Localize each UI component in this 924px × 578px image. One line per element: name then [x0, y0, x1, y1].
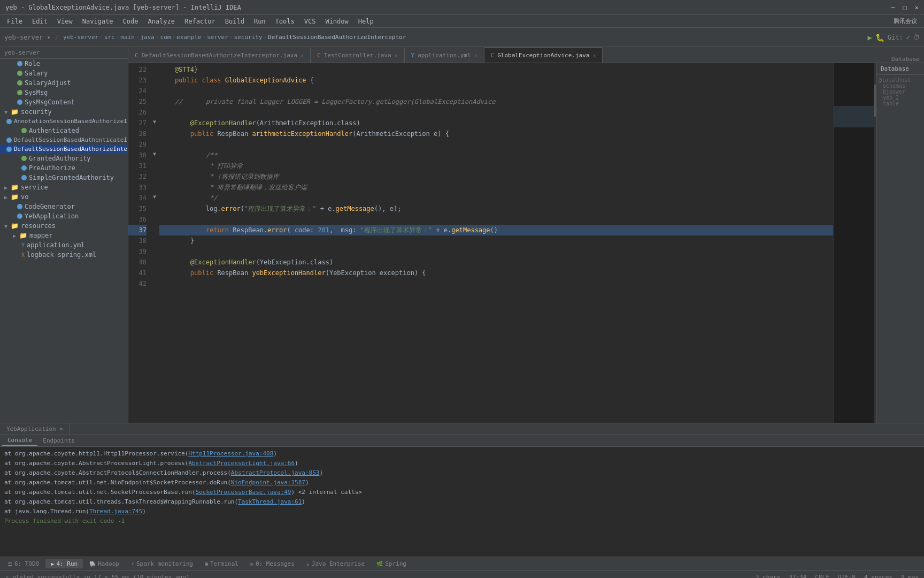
breadcrumb-java[interactable]: java — [140, 34, 155, 41]
link-abstractprotocol[interactable]: AbstractProtocol.java:853 — [231, 469, 320, 476]
sidebar-item-authenticated[interactable]: Authenticated — [0, 126, 128, 135]
menu-view[interactable]: View — [53, 17, 77, 26]
sidebar-item-label: service — [21, 184, 48, 191]
breadcrumb-server2[interactable]: server — [207, 34, 228, 41]
menu-build[interactable]: Build — [221, 17, 249, 26]
sidebar-item-annotation[interactable]: AnnotationSessionBasedAuthorizeIntercept… — [0, 117, 128, 126]
sidebar-item-role[interactable]: Role — [0, 59, 128, 69]
menu-edit[interactable]: Edit — [28, 17, 52, 26]
sidebar-item-label: DefaultSessionBasedAuthenticateIntercept… — [14, 136, 128, 143]
sidebar-item-codegen[interactable]: CodeGenerator — [0, 202, 128, 211]
tab-applicationyml[interactable]: Y application.yml ✕ — [405, 48, 484, 63]
menu-help[interactable]: Help — [354, 17, 378, 26]
sidebar-item-sysmsg[interactable]: SysMsg — [0, 88, 128, 97]
subtab-endpoints[interactable]: Endpoints — [37, 436, 80, 445]
tab-close3[interactable]: ✕ — [474, 52, 478, 58]
breadcrumb-src[interactable]: src — [104, 34, 115, 41]
menu-file[interactable]: File — [3, 17, 27, 26]
btab-terminal-label: Terminal — [210, 560, 238, 567]
tab-close2[interactable]: ✕ — [395, 52, 398, 58]
sidebar-item-security-folder[interactable]: ▼ 📁 security — [0, 107, 128, 117]
tab-yebapp[interactable]: YebApplication × — [0, 423, 70, 435]
btab-spring[interactable]: 🌿 Spring — [371, 559, 412, 568]
tab-close[interactable]: ✕ — [301, 52, 304, 58]
run-button[interactable]: ▶ — [867, 33, 872, 42]
subtab-console[interactable]: Console — [2, 436, 37, 446]
spark-icon: ⚡ — [131, 561, 134, 567]
btab-terminal[interactable]: ▣ Terminal — [199, 559, 244, 568]
sidebar-item-resources-folder[interactable]: ▼ 📁 resources — [0, 221, 128, 231]
terminal-icon: ▣ — [205, 561, 208, 567]
menu-run[interactable]: Run — [250, 17, 270, 26]
code-line-32: * !将报错记录到数据库 — [159, 171, 833, 182]
status-left: ✓ pleted successfully in 17 s 55 ms (10 … — [5, 574, 189, 578]
sidebar-item-salary[interactable]: Salary — [0, 69, 128, 78]
tab-defaultsession[interactable]: C DefaultSessionBasedAuthorizeIntercepto… — [128, 48, 311, 63]
breadcrumb-main[interactable]: main — [120, 34, 135, 41]
debug-button[interactable]: 🐛 — [875, 33, 884, 42]
sidebar-item-label: logback-spring.xml — [27, 251, 96, 258]
git-check[interactable]: ✓ — [906, 34, 910, 41]
link-nioendpoint[interactable]: NioEndpoint.java:1587 — [231, 479, 305, 486]
sidebar-item-vo-folder[interactable]: ▶ 📁 vo — [0, 192, 128, 202]
tab-close4[interactable]: ✕ — [592, 52, 596, 58]
code-content[interactable]: @STT4} public class GlobalExceptionAdvic… — [159, 63, 833, 423]
tab-globalexception[interactable]: C GlobalExceptionAdvice.java ✕ — [484, 48, 603, 63]
menu-navigate[interactable]: Navigate — [78, 17, 118, 26]
project-dropdown[interactable]: yeb-server ▾ — [4, 34, 51, 41]
minimize-button[interactable]: ─ — [891, 4, 895, 11]
code-line-38: } — [159, 235, 833, 246]
menu-refactor[interactable]: Refactor — [180, 17, 220, 26]
btab-javaenterprise[interactable]: ☕ Java Enterprise — [301, 559, 370, 568]
link-abstractprocessor[interactable]: AbstractProcessorLight.java:66 — [188, 460, 295, 467]
git-history[interactable]: ⏱ — [913, 34, 920, 41]
btab-messages[interactable]: ✉ 0: Messages — [245, 559, 300, 568]
btab-spark[interactable]: ⚡ Spark monitoring — [126, 559, 198, 568]
code-line-23: public class GlobalExceptionAdvice { — [159, 75, 833, 86]
close-button[interactable]: ✕ — [915, 4, 919, 11]
menu-window[interactable]: Window — [321, 17, 352, 26]
link-http11[interactable]: Http11Processor.java:408 — [188, 450, 273, 457]
btab-hadoop[interactable]: 🐘 Hadoop — [84, 559, 125, 568]
console-subtabs: Console Endpoints — [0, 435, 924, 447]
project-label: yeb-server — [4, 49, 40, 56]
sidebar-item-service-folder[interactable]: ▶ 📁 service — [0, 182, 128, 192]
btab-todo[interactable]: ☰ 6: TODO — [2, 559, 44, 568]
menu-code[interactable]: Code — [119, 17, 143, 26]
sidebar-item-yebapp[interactable]: YebApplication — [0, 211, 128, 221]
btab-run[interactable]: ▶ 4: Run — [45, 559, 83, 568]
breadcrumb-com[interactable]: com — [160, 34, 171, 41]
sidebar-item-sysmsgcontent[interactable]: SysMsgContent — [0, 97, 128, 107]
sidebar-item-mapper-folder[interactable]: ▶ 📁 mapper — [0, 231, 128, 240]
sidebar-item-logback[interactable]: X logback-spring.xml — [0, 250, 128, 260]
sidebar-item-defaultauth[interactable]: DefaultSessionBasedAuthenticateIntercept… — [0, 135, 128, 144]
btab-messages-label: 0: Messages — [256, 560, 295, 567]
menu-analyze[interactable]: Analyze — [143, 17, 179, 26]
bottom-toolbar: ☰ 6: TODO ▶ 4: Run 🐘 Hadoop ⚡ Spark moni… — [0, 557, 924, 571]
heap: 9 mas — [901, 574, 919, 578]
sidebar-item-salaryadjust[interactable]: SalaryAdjust — [0, 78, 128, 88]
maximize-button[interactable]: □ — [903, 4, 907, 11]
menu-vcs[interactable]: VCS — [300, 17, 320, 26]
link-thread[interactable]: Thread.java:745 — [89, 508, 142, 515]
link-taskthread[interactable]: TaskThread.java:61 — [238, 498, 302, 505]
sidebar-item-appyml[interactable]: Y application.yml — [0, 240, 128, 250]
sidebar-item-preauthorize[interactable]: PreAuthorize — [0, 163, 128, 173]
breadcrumb-security[interactable]: security — [234, 34, 262, 41]
sidebar-item-defaultauthorize[interactable]: DefaultSessionBasedAuthorizeInterceptor — [0, 144, 128, 154]
breadcrumb-example[interactable]: example — [176, 34, 201, 41]
title-bar-controls[interactable]: ─ □ ✕ — [891, 4, 919, 11]
database-tab[interactable]: Database — [887, 56, 924, 63]
link-socketprocessor[interactable]: SocketProcessorBase.java:49 — [196, 489, 291, 496]
sidebar-item-granted[interactable]: GrantedAuthority — [0, 154, 128, 163]
code-line-24 — [159, 86, 833, 96]
breadcrumb-server[interactable]: yeb-server — [63, 34, 98, 41]
console-line-7: at java.lang.Thread.run(Thread.java:745) — [4, 507, 920, 516]
tab-testcontroller[interactable]: C TestController.java ✕ — [311, 48, 405, 63]
menu-tools[interactable]: Tools — [271, 17, 299, 26]
tencent-meeting[interactable]: 腾讯会议 — [889, 17, 921, 25]
code-line-30: /** — [159, 150, 833, 161]
code-line-27: @ExceptionHandler(ArithmeticException.cl… — [159, 118, 833, 128]
sidebar-item-simple[interactable]: SimpleGrantedAuthority — [0, 173, 128, 182]
status-bar: ✓ pleted successfully in 17 s 55 ms (10 … — [0, 571, 924, 578]
